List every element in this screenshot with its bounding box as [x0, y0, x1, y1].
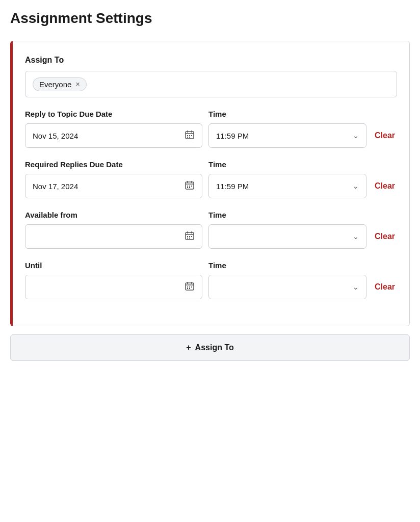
until-chevron-icon: ⌄ [353, 283, 359, 291]
required-replies-time-input[interactable]: 11:59 PM ⌄ [208, 174, 366, 198]
reply-topic-date-input[interactable]: Nov 15, 2024 [25, 123, 202, 148]
assign-to-label: Assign To [25, 56, 397, 65]
reply-topic-date-label: Reply to Topic Due Date [25, 110, 208, 118]
everyone-tag-close[interactable]: × [75, 81, 80, 88]
assignment-card: Assign To Everyone × Reply to Topic Due … [10, 41, 410, 326]
required-replies-time-label: Time [208, 160, 397, 169]
required-replies-chevron-icon: ⌄ [353, 182, 359, 190]
available-from-calendar-icon [185, 230, 195, 243]
until-date-input[interactable] [25, 275, 202, 299]
svg-rect-4 [187, 135, 188, 136]
available-from-clear-button[interactable]: Clear [373, 230, 397, 243]
required-replies-time-value: 11:59 PM [216, 182, 249, 191]
svg-rect-34 [187, 288, 188, 289]
reply-topic-time-value: 11:59 PM [216, 132, 249, 140]
until-date-label: Until [25, 261, 208, 270]
svg-rect-6 [191, 135, 192, 136]
reply-topic-calendar-icon [185, 129, 195, 142]
svg-rect-16 [187, 187, 188, 188]
required-replies-date-input[interactable]: Nov 17, 2024 [25, 174, 202, 198]
reply-topic-date-value: Nov 15, 2024 [33, 132, 78, 140]
svg-rect-7 [187, 137, 188, 138]
svg-rect-25 [187, 238, 188, 239]
everyone-tag: Everyone × [33, 77, 87, 91]
reply-topic-clear-button[interactable]: Clear [373, 129, 397, 142]
svg-rect-33 [191, 286, 192, 288]
svg-rect-35 [189, 288, 190, 289]
required-replies-calendar-icon [185, 180, 195, 193]
required-replies-date-label: Required Replies Due Date [25, 160, 208, 169]
svg-rect-24 [191, 236, 192, 237]
svg-rect-31 [187, 286, 188, 288]
svg-rect-8 [189, 137, 190, 138]
available-from-chevron-icon: ⌄ [353, 232, 359, 241]
required-replies-clear-button[interactable]: Clear [373, 179, 397, 193]
svg-rect-15 [191, 186, 192, 187]
available-from-date-label: Available from [25, 211, 208, 219]
until-time-input[interactable]: ⌄ [208, 275, 366, 299]
svg-rect-32 [189, 286, 190, 288]
svg-rect-5 [189, 135, 190, 136]
assign-to-field[interactable]: Everyone × [25, 71, 397, 97]
available-from-row: Available from Time [25, 211, 397, 249]
add-assign-to-button[interactable]: + Assign To [10, 334, 410, 361]
reply-topic-time-input[interactable]: 11:59 PM ⌄ [208, 123, 366, 148]
until-row: Until Time [25, 261, 397, 299]
svg-rect-17 [189, 187, 190, 188]
svg-rect-23 [189, 236, 190, 237]
page-title: Assignment Settings [10, 10, 410, 29]
until-time-label: Time [208, 261, 397, 270]
required-replies-row: Required Replies Due Date Time Nov 17, 2… [25, 160, 397, 198]
required-replies-date-value: Nov 17, 2024 [33, 182, 78, 191]
until-calendar-icon [185, 281, 195, 294]
svg-rect-14 [189, 186, 190, 187]
available-from-time-input[interactable]: ⌄ [208, 224, 366, 249]
add-assign-to-label: Assign To [195, 343, 234, 352]
available-from-time-label: Time [208, 211, 397, 219]
reply-topic-time-label: Time [208, 110, 397, 118]
svg-rect-13 [187, 186, 188, 187]
until-clear-button[interactable]: Clear [373, 280, 397, 294]
svg-rect-22 [187, 236, 188, 237]
svg-rect-26 [189, 238, 190, 239]
add-assign-plus-icon: + [186, 343, 191, 352]
reply-topic-row: Reply to Topic Due Date Time Nov 15, 202… [25, 110, 397, 148]
available-from-date-input[interactable] [25, 224, 202, 249]
everyone-tag-text: Everyone [39, 80, 71, 89]
reply-topic-chevron-icon: ⌄ [353, 132, 359, 140]
